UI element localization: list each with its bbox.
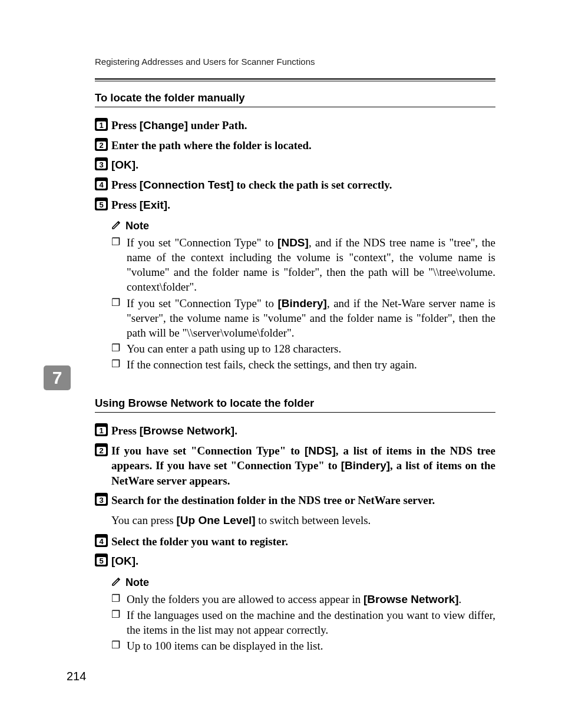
step-number-icon: 1 [95,423,109,436]
step-3: 3 [OK]. [95,157,495,173]
chapter-tab: 7 [44,365,71,390]
note-item: If the languages used on the machine and… [111,608,495,637]
note-block: Note Only the folders you are allowed to… [111,576,495,653]
svg-text:3: 3 [99,160,103,169]
step-4: 4 Select the folder you want to register… [95,534,495,549]
svg-text:3: 3 [99,496,103,505]
note-heading: Note [111,576,495,589]
note-block: Note If you set "Connection Type" to [ND… [111,219,495,372]
step-2: 2 Enter the path where the folder is loc… [95,138,495,153]
section-rule [95,107,495,107]
note-label: Note [125,577,149,589]
pencil-icon [111,576,122,589]
note-item: If you set "Connection Type" to [NDS], a… [111,235,495,294]
note-heading: Note [111,219,495,233]
step-number-icon: 5 [95,197,109,210]
step-number-icon: 4 [95,177,109,190]
step-number-icon: 1 [95,118,109,131]
step-text: [OK]. [111,157,495,173]
note-label: Note [125,220,149,232]
pencil-icon [111,219,122,233]
note-item: Up to 100 items can be displayed in the … [111,638,495,653]
section-heading: Using Browse Network to locate the folde… [95,397,495,410]
step-text: Press [Exit]. [111,197,495,213]
step-text: Search for the destination folder in the… [111,493,495,508]
step-1: 1 Press [Change] under Path. [95,118,495,133]
step-number-icon: 3 [95,157,109,170]
page-number: 214 [67,670,86,683]
step-text: Press [Browse Network]. [111,423,495,439]
note-list: Only the folders you are allowed to acce… [111,592,495,653]
step-1: 1 Press [Browse Network]. [95,423,495,439]
svg-text:5: 5 [99,200,103,209]
step-text: If you have set "Connection Type" to [ND… [111,443,495,489]
top-rule [95,78,495,81]
section-2: Using Browse Network to locate the folde… [95,397,495,653]
section-heading: To locate the folder manually [95,91,495,104]
step-2: 2 If you have set "Connection Type" to [… [95,443,495,489]
step-text: Press [Change] under Path. [111,118,495,133]
svg-text:1: 1 [99,426,103,435]
step-text: Enter the path where the folder is locat… [111,138,495,153]
step-number-icon: 2 [95,443,109,456]
section-rule [95,412,495,413]
step-text: Select the folder you want to register. [111,534,495,549]
step-4: 4 Press [Connection Test] to check the p… [95,177,495,193]
step-number-icon: 4 [95,534,109,547]
note-item: Only the folders you are allowed to acce… [111,592,495,607]
svg-text:4: 4 [99,180,104,189]
step-text: [OK]. [111,554,495,569]
svg-text:5: 5 [99,556,103,565]
running-head: Registering Addresses and Users for Scan… [95,57,315,67]
svg-text:1: 1 [99,121,103,130]
step-number-icon: 3 [95,493,109,506]
note-item: You can enter a path using up to 128 cha… [111,341,495,356]
step-number-icon: 2 [95,138,109,151]
svg-text:4: 4 [99,537,104,546]
svg-text:2: 2 [99,446,103,455]
svg-text:2: 2 [99,141,103,150]
step-followup: You can press [Up One Level] to switch b… [111,513,495,528]
step-5: 5 Press [Exit]. [95,197,495,213]
note-item: If you set "Connection Type" to [Bindery… [111,296,495,340]
step-5: 5 [OK]. [95,554,495,569]
page: Registering Addresses and Users for Scan… [0,0,562,728]
step-3: 3 Search for the destination folder in t… [95,493,495,508]
note-item: If the connection test fails, check the … [111,357,495,372]
step-number-icon: 5 [95,554,109,566]
step-text: Press [Connection Test] to check the pat… [111,177,495,193]
note-list: If you set "Connection Type" to [NDS], a… [111,235,495,372]
content-area: To locate the folder manually 1 Press [C… [95,91,495,654]
